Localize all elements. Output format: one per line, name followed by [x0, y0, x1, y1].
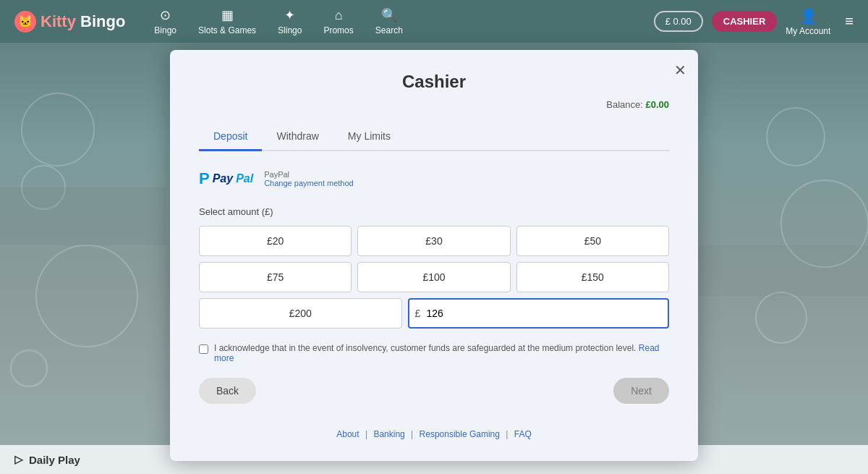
balance-button[interactable]: £ 0.00	[654, 11, 703, 32]
search-icon: 🔍	[381, 7, 397, 23]
nav-slots-label: Slots & Games	[198, 25, 256, 35]
balance-display: Balance: £0.00	[199, 99, 669, 110]
nav-bingo[interactable]: ⊙ Bingo	[154, 7, 176, 35]
account-label: My Account	[786, 26, 830, 36]
footer-faq[interactable]: FAQ	[514, 429, 532, 439]
acknowledge-text: I acknowledge that in the event of insol…	[214, 343, 669, 363]
action-buttons: Back Next	[199, 378, 669, 404]
custom-amount-input[interactable]	[423, 302, 662, 325]
balance-value: £0.00	[645, 99, 669, 110]
footer-responsible[interactable]: Responsible Gaming	[420, 429, 500, 439]
footer-sep2: |	[411, 429, 415, 439]
paypal-logo: P PayPal	[199, 169, 253, 188]
footer-sep3: |	[506, 429, 510, 439]
change-payment-link[interactable]: Change payment method	[264, 179, 354, 187]
amount-100[interactable]: £100	[357, 262, 510, 292]
nav-slingo-label: Slingo	[278, 25, 302, 35]
paypal-text-part2: Pal	[236, 172, 253, 185]
amount-preset-grid: £20 £30 £50 £75 £100 £150	[199, 226, 669, 292]
tab-deposit[interactable]: Deposit	[199, 123, 262, 151]
amount-200[interactable]: £200	[199, 298, 402, 329]
amount-custom-row: £200 £	[199, 298, 669, 329]
custom-amount-wrapper: £	[408, 298, 669, 329]
modal-close-button[interactable]: ✕	[674, 62, 686, 79]
cashier-tabs: Deposit Withdraw My Limits	[199, 123, 669, 151]
balance-label: Balance:	[606, 99, 643, 110]
back-button[interactable]: Back	[199, 378, 256, 404]
tab-withdraw[interactable]: Withdraw	[262, 123, 333, 151]
nav-slingo[interactable]: ✦ Slingo	[278, 7, 302, 35]
payment-section: P PayPal PayPal Change payment method	[199, 169, 669, 188]
header-right: £ 0.00 CASHIER 👤 My Account ≡	[654, 7, 854, 36]
logo-icon: 🐱	[14, 11, 36, 33]
amount-150[interactable]: £150	[516, 262, 669, 292]
paypal-text-part1: Pay	[213, 172, 233, 185]
bingo-icon: ⊙	[160, 7, 171, 23]
footer-banking[interactable]: Banking	[373, 429, 404, 439]
logo-kitty: Kitty	[41, 12, 76, 30]
logo[interactable]: 🐱 Kitty Bingo	[14, 11, 125, 33]
modal-footer: About | Banking | Responsible Gaming | F…	[199, 422, 669, 439]
amount-label: Select amount (£)	[199, 206, 669, 217]
nav-search[interactable]: 🔍 Search	[375, 7, 403, 35]
footer-sep1: |	[365, 429, 370, 439]
hamburger-menu[interactable]: ≡	[845, 13, 854, 30]
amount-75[interactable]: £75	[199, 262, 352, 292]
currency-symbol: £	[415, 308, 421, 319]
modal-title: Cashier	[199, 72, 669, 92]
account-area[interactable]: 👤 My Account	[786, 7, 830, 36]
modal-overlay: Cashier ✕ Balance: £0.00 Deposit Withdra…	[0, 43, 868, 474]
next-button[interactable]: Next	[613, 378, 669, 404]
nav-promos[interactable]: ⌂ Promos	[323, 8, 353, 35]
slots-icon: ▦	[221, 7, 234, 23]
main-header: 🐱 Kitty Bingo ⊙ Bingo ▦ Slots & Games ✦ …	[0, 0, 868, 43]
nav-slots[interactable]: ▦ Slots & Games	[198, 7, 256, 35]
paypal-p-icon: P	[199, 169, 210, 188]
amount-50[interactable]: £50	[516, 226, 669, 256]
account-icon: 👤	[799, 7, 817, 25]
payment-name: PayPal	[264, 170, 354, 179]
amount-20[interactable]: £20	[199, 226, 352, 256]
promos-icon: ⌂	[335, 8, 343, 23]
nav-bingo-label: Bingo	[154, 25, 176, 35]
slingo-icon: ✦	[284, 7, 295, 23]
amount-30[interactable]: £30	[357, 226, 510, 256]
nav-promos-label: Promos	[323, 25, 353, 35]
payment-info: PayPal Change payment method	[264, 170, 354, 187]
tab-my-limits[interactable]: My Limits	[333, 123, 405, 151]
acknowledge-checkbox[interactable]	[199, 344, 208, 354]
logo-bingo: Bingo	[80, 12, 125, 30]
acknowledge-row: I acknowledge that in the event of insol…	[199, 343, 669, 363]
cashier-button[interactable]: CASHIER	[712, 11, 778, 32]
logo-text: Kitty Bingo	[41, 14, 125, 30]
nav-search-label: Search	[375, 25, 403, 35]
main-nav: ⊙ Bingo ▦ Slots & Games ✦ Slingo ⌂ Promo…	[154, 7, 631, 35]
cashier-modal: Cashier ✕ Balance: £0.00 Deposit Withdra…	[170, 50, 698, 461]
footer-about[interactable]: About	[336, 429, 359, 439]
